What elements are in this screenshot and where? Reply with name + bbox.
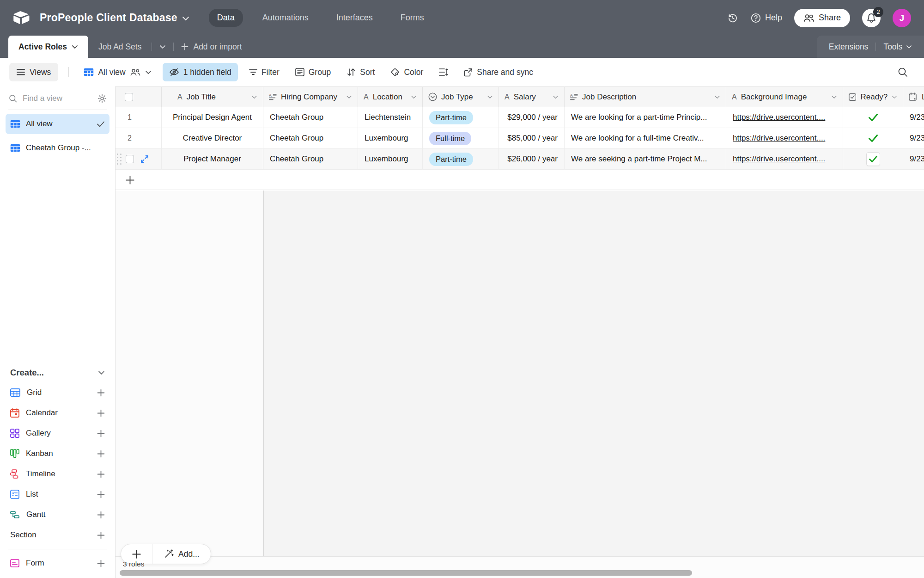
plus-icon[interactable] [97, 531, 105, 539]
column-header-last-modified[interactable]: L [903, 87, 924, 107]
cell-background-image[interactable]: https://drive.usercontent.... [726, 149, 843, 169]
cell-job-title[interactable]: Principal Design Agent [162, 107, 263, 128]
sidebar-view-cheetah-group[interactable]: Cheetah Group -... [6, 138, 109, 158]
column-header-salary[interactable]: A Salary [499, 87, 565, 107]
ready-checkbox[interactable] [866, 152, 880, 166]
plus-icon[interactable] [97, 389, 105, 397]
cell-hiring-company[interactable]: Cheetah Group [263, 149, 358, 169]
nav-tab-forms[interactable]: Forms [392, 9, 432, 27]
search-button[interactable] [897, 67, 908, 78]
cell-hiring-company[interactable]: Cheetah Group [263, 107, 358, 128]
nav-tab-automations[interactable]: Automations [254, 9, 317, 27]
plus-icon[interactable] [97, 450, 105, 458]
cell-hiring-company[interactable]: Cheetah Group [263, 128, 358, 148]
create-gantt-item[interactable]: Gantt [0, 504, 115, 525]
group-button[interactable]: Group [291, 63, 336, 81]
sidebar-view-all-view[interactable]: All view [6, 114, 109, 134]
plus-icon[interactable] [97, 470, 105, 478]
column-header-ready[interactable]: Ready? [843, 87, 903, 107]
cell-background-image[interactable]: https://drive.usercontent.... [726, 128, 843, 148]
cell-last-modified[interactable]: 9/23 [903, 107, 924, 128]
create-gallery-item[interactable]: Gallery [0, 423, 115, 443]
nav-tab-interfaces[interactable]: Interfaces [328, 9, 381, 27]
view-settings-gear-icon[interactable] [97, 94, 107, 103]
table-row[interactable]: Project Manager Cheetah Group Luxembourg… [116, 149, 924, 170]
cell-ready[interactable] [843, 149, 903, 169]
column-header-job-title[interactable]: A Job Title [162, 87, 263, 107]
create-form-item[interactable]: Form [0, 553, 115, 573]
cell-salary[interactable]: $29,000 / year [499, 107, 565, 128]
expand-record-icon[interactable] [140, 155, 149, 163]
cell-job-description[interactable]: We are looking for a full-time Creativ..… [565, 128, 726, 148]
column-header-background-image[interactable]: A Background Image [726, 87, 843, 107]
column-header-job-type[interactable]: Job Type [423, 87, 499, 107]
cell-job-type[interactable]: Part-time [423, 149, 499, 169]
table-list-chevron-button[interactable] [152, 36, 173, 58]
notifications-button[interactable]: 2 [862, 9, 881, 27]
share-and-sync-button[interactable]: Share and sync [459, 63, 538, 81]
plus-icon[interactable] [97, 511, 105, 519]
create-list-item[interactable]: List [0, 484, 115, 504]
create-section-item[interactable]: Section [0, 525, 115, 545]
plus-icon[interactable] [97, 430, 105, 437]
cell-job-title[interactable]: Project Manager [162, 149, 263, 169]
cell-job-description[interactable]: We are looking for a part-time Princip..… [565, 107, 726, 128]
url-link[interactable]: https://drive.usercontent.... [733, 154, 825, 164]
create-section-toggle[interactable]: Create... [10, 368, 105, 378]
find-view-input[interactable] [23, 94, 78, 103]
plus-icon[interactable] [97, 560, 105, 567]
cell-salary[interactable]: $85,000 / year [499, 128, 565, 148]
cell-job-type[interactable]: Part-time [423, 107, 499, 128]
hidden-fields-button[interactable]: 1 hidden field [163, 63, 238, 81]
select-all-checkbox[interactable] [125, 93, 133, 101]
cell-background-image[interactable]: https://drive.usercontent.... [726, 107, 843, 128]
create-grid-item[interactable]: Grid [0, 382, 115, 403]
cell-job-description[interactable]: We are seeking a part-time Project M... [565, 149, 726, 169]
url-link[interactable]: https://drive.usercontent.... [733, 134, 825, 143]
create-timeline-item[interactable]: Timeline [0, 464, 115, 484]
cell-salary[interactable]: $26,000 / year [499, 149, 565, 169]
base-title[interactable]: ProPeople Client Database [40, 12, 189, 24]
column-header-hiring-company[interactable]: A Hiring Company [263, 87, 358, 107]
row-height-button[interactable] [434, 63, 453, 81]
plus-icon[interactable] [97, 491, 105, 498]
cell-ready[interactable] [843, 128, 903, 148]
url-link[interactable]: https://drive.usercontent.... [733, 113, 825, 122]
history-button[interactable] [727, 12, 738, 24]
add-or-import-label: Add or import [193, 42, 242, 52]
view-name-button[interactable]: All view [79, 63, 156, 81]
color-button[interactable]: Color [386, 63, 428, 81]
table-row[interactable]: 1 Principal Design Agent Cheetah Group L… [116, 107, 924, 128]
cell-job-type[interactable]: Full-time [423, 128, 499, 148]
nav-tab-data[interactable]: Data [209, 9, 243, 27]
table-tab-job-ad-sets[interactable]: Job Ad Sets [88, 36, 152, 58]
filter-button[interactable]: Filter [244, 63, 284, 81]
share-button[interactable]: Share [794, 9, 850, 27]
cell-job-title[interactable]: Creative Director [162, 128, 263, 148]
extensions-button[interactable]: Extensions [829, 42, 869, 52]
views-button[interactable]: Views [9, 63, 58, 81]
drag-handle-icon[interactable] [117, 154, 122, 165]
cell-location[interactable]: Luxembourg [358, 149, 423, 169]
cell-last-modified[interactable]: 9/23 [903, 128, 924, 148]
add-row[interactable] [116, 170, 924, 190]
cell-ready[interactable] [843, 107, 903, 128]
plus-icon[interactable] [97, 409, 105, 417]
column-header-job-description[interactable]: A Job Description [565, 87, 726, 107]
row-checkbox[interactable] [126, 155, 134, 163]
help-button[interactable]: Help [750, 12, 782, 24]
cell-location[interactable]: Luxembourg [358, 128, 423, 148]
create-calendar-item[interactable]: Calendar [0, 403, 115, 423]
horizontal-scrollbar[interactable] [120, 570, 692, 576]
table-tab-active-roles[interactable]: Active Roles [8, 36, 88, 58]
sort-button[interactable]: Sort [342, 63, 379, 81]
add-with-ai-button[interactable]: Add... [152, 544, 211, 564]
create-kanban-item[interactable]: Kanban [0, 443, 115, 464]
cell-location[interactable]: Liechtenstein [358, 107, 423, 128]
cell-last-modified[interactable]: 9/23 [903, 149, 924, 169]
avatar[interactable]: J [893, 9, 911, 27]
tools-button[interactable]: Tools [883, 42, 912, 52]
table-row[interactable]: 2 Creative Director Cheetah Group Luxemb… [116, 128, 924, 149]
column-header-location[interactable]: A Location [358, 87, 423, 107]
add-or-import-button[interactable]: Add or import [174, 36, 249, 58]
